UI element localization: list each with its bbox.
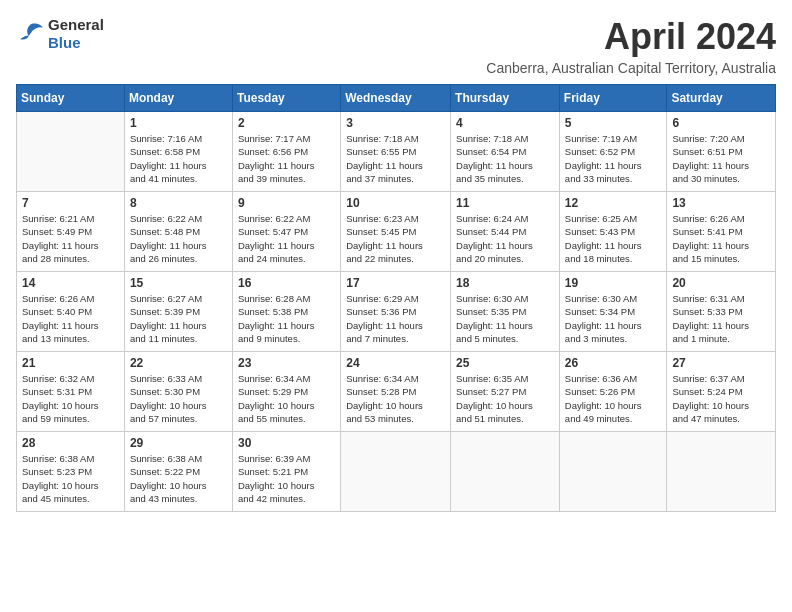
day-info: Sunrise: 6:34 AM Sunset: 5:28 PM Dayligh… [346,372,445,425]
week-row-2: 7Sunrise: 6:21 AM Sunset: 5:49 PM Daylig… [17,192,776,272]
week-row-5: 28Sunrise: 6:38 AM Sunset: 5:23 PM Dayli… [17,432,776,512]
weekday-header-row: SundayMondayTuesdayWednesdayThursdayFrid… [17,85,776,112]
week-row-3: 14Sunrise: 6:26 AM Sunset: 5:40 PM Dayli… [17,272,776,352]
day-number: 16 [238,276,335,290]
calendar-cell: 23Sunrise: 6:34 AM Sunset: 5:29 PM Dayli… [232,352,340,432]
month-title: April 2024 [486,16,776,58]
day-info: Sunrise: 6:22 AM Sunset: 5:47 PM Dayligh… [238,212,335,265]
day-info: Sunrise: 6:21 AM Sunset: 5:49 PM Dayligh… [22,212,119,265]
day-number: 17 [346,276,445,290]
calendar-cell: 24Sunrise: 6:34 AM Sunset: 5:28 PM Dayli… [341,352,451,432]
calendar-cell: 15Sunrise: 6:27 AM Sunset: 5:39 PM Dayli… [124,272,232,352]
location-subtitle: Canberra, Australian Capital Territory, … [486,60,776,76]
day-number: 12 [565,196,662,210]
calendar-cell [667,432,776,512]
day-info: Sunrise: 6:29 AM Sunset: 5:36 PM Dayligh… [346,292,445,345]
day-number: 19 [565,276,662,290]
day-info: Sunrise: 6:24 AM Sunset: 5:44 PM Dayligh… [456,212,554,265]
day-info: Sunrise: 6:38 AM Sunset: 5:23 PM Dayligh… [22,452,119,505]
day-number: 28 [22,436,119,450]
day-info: Sunrise: 7:20 AM Sunset: 6:51 PM Dayligh… [672,132,770,185]
day-number: 21 [22,356,119,370]
day-number: 6 [672,116,770,130]
day-number: 24 [346,356,445,370]
day-info: Sunrise: 6:37 AM Sunset: 5:24 PM Dayligh… [672,372,770,425]
day-info: Sunrise: 6:26 AM Sunset: 5:41 PM Dayligh… [672,212,770,265]
logo-general: General [48,16,104,33]
day-number: 9 [238,196,335,210]
calendar-cell: 9Sunrise: 6:22 AM Sunset: 5:47 PM Daylig… [232,192,340,272]
calendar-cell: 29Sunrise: 6:38 AM Sunset: 5:22 PM Dayli… [124,432,232,512]
day-info: Sunrise: 6:35 AM Sunset: 5:27 PM Dayligh… [456,372,554,425]
day-number: 13 [672,196,770,210]
day-number: 23 [238,356,335,370]
calendar-cell: 20Sunrise: 6:31 AM Sunset: 5:33 PM Dayli… [667,272,776,352]
weekday-header-thursday: Thursday [451,85,560,112]
logo-icon [16,22,44,46]
week-row-4: 21Sunrise: 6:32 AM Sunset: 5:31 PM Dayli… [17,352,776,432]
calendar-cell: 4Sunrise: 7:18 AM Sunset: 6:54 PM Daylig… [451,112,560,192]
weekday-header-sunday: Sunday [17,85,125,112]
calendar-cell: 1Sunrise: 7:16 AM Sunset: 6:58 PM Daylig… [124,112,232,192]
day-info: Sunrise: 6:23 AM Sunset: 5:45 PM Dayligh… [346,212,445,265]
day-info: Sunrise: 7:16 AM Sunset: 6:58 PM Dayligh… [130,132,227,185]
day-info: Sunrise: 6:26 AM Sunset: 5:40 PM Dayligh… [22,292,119,345]
calendar-cell: 7Sunrise: 6:21 AM Sunset: 5:49 PM Daylig… [17,192,125,272]
day-info: Sunrise: 6:34 AM Sunset: 5:29 PM Dayligh… [238,372,335,425]
day-number: 1 [130,116,227,130]
day-info: Sunrise: 6:28 AM Sunset: 5:38 PM Dayligh… [238,292,335,345]
day-number: 18 [456,276,554,290]
day-number: 5 [565,116,662,130]
calendar-cell: 3Sunrise: 7:18 AM Sunset: 6:55 PM Daylig… [341,112,451,192]
day-info: Sunrise: 6:30 AM Sunset: 5:34 PM Dayligh… [565,292,662,345]
calendar-cell: 22Sunrise: 6:33 AM Sunset: 5:30 PM Dayli… [124,352,232,432]
calendar-cell: 28Sunrise: 6:38 AM Sunset: 5:23 PM Dayli… [17,432,125,512]
day-number: 22 [130,356,227,370]
calendar-cell: 18Sunrise: 6:30 AM Sunset: 5:35 PM Dayli… [451,272,560,352]
calendar-cell: 14Sunrise: 6:26 AM Sunset: 5:40 PM Dayli… [17,272,125,352]
calendar-cell: 10Sunrise: 6:23 AM Sunset: 5:45 PM Dayli… [341,192,451,272]
weekday-header-monday: Monday [124,85,232,112]
calendar-cell: 30Sunrise: 6:39 AM Sunset: 5:21 PM Dayli… [232,432,340,512]
calendar-cell: 27Sunrise: 6:37 AM Sunset: 5:24 PM Dayli… [667,352,776,432]
calendar-cell: 5Sunrise: 7:19 AM Sunset: 6:52 PM Daylig… [559,112,667,192]
day-info: Sunrise: 6:32 AM Sunset: 5:31 PM Dayligh… [22,372,119,425]
calendar-cell: 12Sunrise: 6:25 AM Sunset: 5:43 PM Dayli… [559,192,667,272]
calendar-table: SundayMondayTuesdayWednesdayThursdayFrid… [16,84,776,512]
day-number: 7 [22,196,119,210]
day-number: 11 [456,196,554,210]
title-area: April 2024 Canberra, Australian Capital … [486,16,776,76]
calendar-cell: 25Sunrise: 6:35 AM Sunset: 5:27 PM Dayli… [451,352,560,432]
calendar-cell: 16Sunrise: 6:28 AM Sunset: 5:38 PM Dayli… [232,272,340,352]
day-info: Sunrise: 7:17 AM Sunset: 6:56 PM Dayligh… [238,132,335,185]
day-info: Sunrise: 6:30 AM Sunset: 5:35 PM Dayligh… [456,292,554,345]
day-info: Sunrise: 6:38 AM Sunset: 5:22 PM Dayligh… [130,452,227,505]
day-number: 29 [130,436,227,450]
weekday-header-saturday: Saturday [667,85,776,112]
calendar-cell [17,112,125,192]
day-number: 3 [346,116,445,130]
calendar-cell: 8Sunrise: 6:22 AM Sunset: 5:48 PM Daylig… [124,192,232,272]
logo-text: General Blue [48,16,104,52]
day-info: Sunrise: 7:19 AM Sunset: 6:52 PM Dayligh… [565,132,662,185]
day-info: Sunrise: 6:22 AM Sunset: 5:48 PM Dayligh… [130,212,227,265]
day-number: 4 [456,116,554,130]
day-number: 15 [130,276,227,290]
weekday-header-tuesday: Tuesday [232,85,340,112]
calendar-cell: 17Sunrise: 6:29 AM Sunset: 5:36 PM Dayli… [341,272,451,352]
day-number: 10 [346,196,445,210]
calendar-cell: 21Sunrise: 6:32 AM Sunset: 5:31 PM Dayli… [17,352,125,432]
day-info: Sunrise: 6:25 AM Sunset: 5:43 PM Dayligh… [565,212,662,265]
weekday-header-friday: Friday [559,85,667,112]
calendar-cell [559,432,667,512]
day-info: Sunrise: 6:39 AM Sunset: 5:21 PM Dayligh… [238,452,335,505]
weekday-header-wednesday: Wednesday [341,85,451,112]
header: General Blue April 2024 Canberra, Austra… [16,16,776,76]
calendar-cell: 13Sunrise: 6:26 AM Sunset: 5:41 PM Dayli… [667,192,776,272]
day-number: 27 [672,356,770,370]
day-number: 26 [565,356,662,370]
day-info: Sunrise: 7:18 AM Sunset: 6:54 PM Dayligh… [456,132,554,185]
day-number: 14 [22,276,119,290]
day-number: 25 [456,356,554,370]
logo-blue: Blue [48,34,81,51]
